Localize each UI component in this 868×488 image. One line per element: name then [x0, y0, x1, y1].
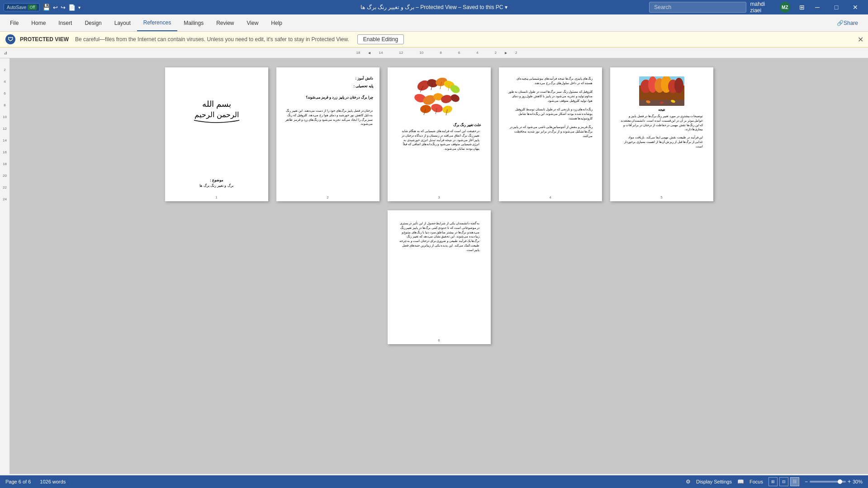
user-area: mahdi ziaei MZ [750, 1, 790, 14]
page-4-number: 4 [549, 195, 551, 199]
ruler-left-icon: ⊿ [4, 50, 7, 55]
ruler-num-2a: 2 [487, 51, 505, 55]
tab-insert[interactable]: Insert [52, 14, 78, 31]
document-area: بسم الله الرحمن الرحیم موضوع : برگ و تغی… [10, 58, 868, 474]
dropdown-icon[interactable]: ▾ [78, 5, 81, 10]
zoom-slider[interactable] [810, 481, 846, 483]
new-doc-icon[interactable]: 📄 [68, 4, 76, 11]
autosave-status: Off [28, 5, 37, 10]
ruler-num-8: 8 [432, 51, 450, 55]
page4-body: رنگ‌های پاییزی برگ‌ها نتیجه فرآیندهای بی… [504, 73, 597, 142]
ruler-inner: 18 ◂ 14 12 10 8 6 4 2 ▸ 2 [9, 50, 864, 55]
page2-body: درختان در فصل پاییز برگ‌های خود را از دس… [283, 109, 373, 126]
shield-icon: 🛡 [5, 34, 15, 44]
enable-editing-button[interactable]: Enable Editing [357, 34, 404, 44]
title-bar-right: mahdi ziaei MZ ⊞ ─ □ ✕ [649, 0, 864, 14]
left-ruler-6: 6 [4, 84, 5, 95]
user-name: mahdi ziaei [750, 1, 777, 14]
tab-review[interactable]: Review [210, 14, 240, 31]
maximize-button[interactable]: □ [827, 0, 845, 14]
page-3: علت تغییر رنگ برگ در حقیقت این است که فر… [388, 67, 491, 201]
page5-photo [639, 76, 684, 106]
display-settings-label[interactable]: Display Settings [696, 479, 732, 484]
read-mode-view-button[interactable]: ☷ [790, 477, 799, 486]
tab-home[interactable]: Home [25, 14, 52, 31]
page3-title: علت تغییر رنگ برگ [393, 123, 485, 127]
protected-title: PROTECTED VIEW [20, 36, 69, 43]
focus-label[interactable]: Focus [749, 479, 763, 484]
student-field: دانش آموز : [283, 76, 373, 81]
left-ruler-20: 20 [3, 166, 7, 178]
doc-mode: – Protected View [416, 4, 457, 10]
tab-references[interactable]: References [137, 14, 177, 31]
avatar[interactable]: MZ [780, 2, 790, 13]
zoom-area: − + 30% [805, 479, 863, 485]
minimize-button[interactable]: ─ [808, 0, 826, 14]
redo-icon[interactable]: ↪ [61, 4, 66, 11]
autosave-badge[interactable]: AutoSave Off [4, 3, 40, 11]
undo-icon[interactable]: ↩ [53, 4, 58, 11]
page-5: نتیجه توضیحات بیشتری در مورد تغییر رنگ ب… [610, 67, 713, 201]
left-ruler-22: 22 [3, 178, 7, 190]
title-bar: AutoSave Off 💾 ↩ ↪ 📄 ▾ برگ و تغییر رنگ ب… [0, 0, 868, 14]
tab-design[interactable]: Design [78, 14, 108, 31]
title-bar-center: برگ و تغییر رنگ برگ ها – Protected View … [219, 4, 650, 10]
left-ruler-16: 16 [3, 142, 7, 154]
page5-title: نتیجه [616, 108, 708, 112]
doc-title: برگ و تغییر رنگ برگ ها [360, 4, 414, 10]
page-6: به گفته دانشمندان یکی از شرایط حصول از ا… [388, 210, 491, 344]
page-2-content: دانش آموز : پایه تحصیلی : چرا برگ درختان… [276, 67, 379, 135]
share-button[interactable]: 🔗 Share [830, 14, 864, 31]
zoom-in-button[interactable]: + [848, 479, 851, 485]
tab-view[interactable]: View [241, 14, 265, 31]
page-4: رنگ‌های پاییزی برگ‌ها نتیجه فرآیندهای بی… [499, 67, 602, 201]
ruler-num-18: 18 [348, 51, 369, 55]
svg-point-29 [674, 78, 683, 93]
page-4-content: رنگ‌های پاییزی برگ‌ها نتیجه فرآیندهای بی… [499, 67, 602, 201]
left-ruler-10: 10 [3, 107, 7, 119]
web-layout-view-button[interactable]: ⊟ [779, 477, 788, 486]
window-controls: ─ □ ✕ [808, 0, 864, 14]
tab-mailings[interactable]: Mailings [177, 14, 210, 31]
left-ruler-8: 8 [4, 95, 5, 107]
page1-subject-label: موضوع : [171, 178, 262, 182]
bismillah-text: بسم الله الرحمن الرحیم [171, 91, 263, 131]
print-layout-view-button[interactable]: ⊞ [768, 477, 778, 486]
page6-body: به گفته دانشمندان یکی از شرایط حصول از ا… [393, 216, 485, 257]
zoom-out-button[interactable]: − [805, 479, 808, 485]
page-2-number: 2 [327, 195, 328, 199]
ruler-num-14: 14 [370, 51, 391, 55]
saved-indicator: – Saved to this PC ▾ [458, 4, 508, 10]
left-ruler-14: 14 [3, 131, 7, 142]
save-icon[interactable]: 💾 [43, 4, 50, 11]
close-button[interactable]: ✕ [846, 0, 864, 14]
tab-layout[interactable]: Layout [108, 14, 137, 31]
page-5-number: 5 [660, 195, 662, 199]
view-buttons: ⊞ ⊟ ☷ [768, 477, 799, 486]
pages-row-1: بسم الله الرحمن الرحیم موضوع : برگ و تغی… [165, 67, 713, 201]
page2-question: چرا برگ درختان در پاییز زرد و قرمز می‌شو… [283, 95, 373, 99]
zoom-thumb [838, 479, 842, 484]
page1-subject: موضوع : برگ و تغییر رنگ برگ ها [165, 178, 268, 188]
grade-field: پایه تحصیلی : [283, 84, 373, 88]
page-6-content: به گفته دانشمندان یکی از شرایط حصول از ا… [388, 210, 491, 344]
left-ruler: 2 4 6 8 10 12 14 16 18 20 22 24 [0, 58, 10, 474]
ruler-num-10: 10 [411, 51, 432, 55]
layout-icon[interactable]: ⊞ [799, 4, 805, 11]
page-1: بسم الله الرحمن الرحیم موضوع : برگ و تغی… [165, 67, 268, 201]
left-ruler-18: 18 [3, 154, 7, 166]
grade-label: پایه تحصیلی : [353, 84, 373, 88]
close-protected-bar-button[interactable]: ✕ [858, 35, 863, 44]
page-info: Page 6 of 6 [5, 479, 31, 484]
ruler-num-2b: 2 [507, 51, 525, 55]
tab-help[interactable]: Help [265, 14, 289, 31]
tab-file[interactable]: File [4, 14, 25, 31]
search-input[interactable] [649, 2, 746, 13]
ruler: ⊿ 18 ◂ 14 12 10 8 6 4 2 ▸ 2 [0, 47, 868, 58]
page-5-content: نتیجه توضیحات بیشتری در مورد تغییر رنگ ب… [610, 67, 713, 201]
display-settings-icon: ⚙ [686, 479, 691, 485]
zoom-level: 30% [853, 479, 863, 484]
left-ruler-24: 24 [3, 190, 7, 201]
ruler-num-6: 6 [450, 51, 468, 55]
protected-message: Be careful—files from the Internet can c… [75, 36, 349, 43]
